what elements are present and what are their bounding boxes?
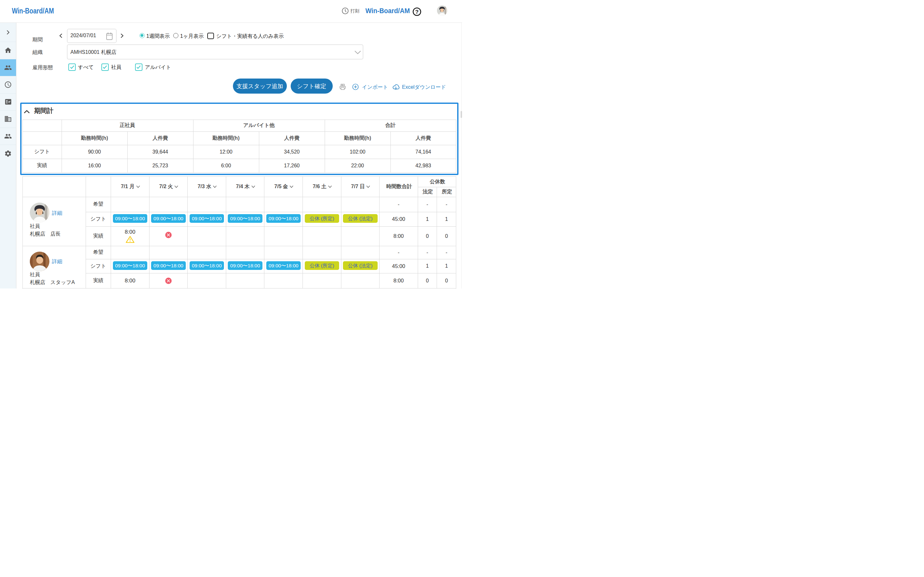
- svg-text:?: ?: [415, 9, 418, 15]
